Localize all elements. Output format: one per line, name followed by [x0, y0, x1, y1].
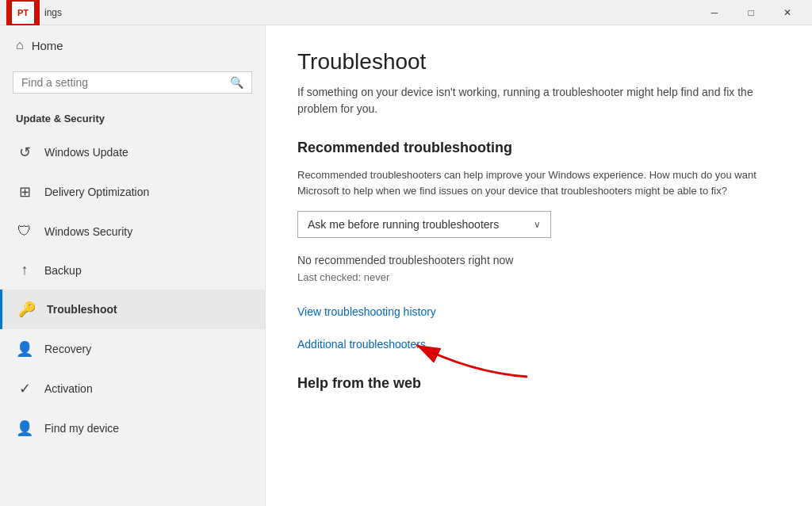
sidebar-item-windows-update[interactable]: ↺ Windows Update: [0, 132, 265, 172]
find-device-icon: 👤: [16, 420, 33, 437]
recommended-description: Recommended troubleshooters can help imp…: [297, 167, 780, 198]
sidebar-item-activation[interactable]: ✓ Activation: [0, 369, 265, 408]
view-history-link[interactable]: View troubleshooting history: [297, 305, 780, 318]
recommended-section-title: Recommended troubleshooting: [297, 140, 780, 156]
search-box[interactable]: 🔍: [13, 71, 252, 94]
shield-icon: 🛡: [16, 223, 33, 240]
nav-label: Activation: [44, 382, 93, 395]
sidebar: ⌂ Home 🔍 Update & Security ↺ Windows Upd…: [0, 25, 266, 506]
section-header: Update & Security: [0, 106, 265, 132]
additional-troubleshooters-link[interactable]: Additional troubleshooters: [297, 338, 426, 351]
chevron-down-icon: ∨: [534, 219, 541, 230]
main-container: ⌂ Home 🔍 Update & Security ↺ Windows Upd…: [0, 25, 812, 506]
close-button[interactable]: ✕: [769, 0, 806, 25]
sidebar-item-windows-security[interactable]: 🛡 Windows Security: [0, 212, 265, 251]
sidebar-item-backup[interactable]: ↑ Backup: [0, 251, 265, 289]
troubleshooter-dropdown[interactable]: Ask me before running troubleshooters ∨: [297, 211, 551, 238]
sidebar-item-troubleshoot[interactable]: 🔑 Troubleshoot: [0, 289, 265, 329]
maximize-button[interactable]: □: [733, 0, 769, 25]
last-checked-text: Last checked: never: [297, 271, 780, 283]
additional-link-container: Additional troubleshooters: [297, 337, 780, 351]
home-icon: ⌂: [16, 38, 24, 52]
nav-label: Delivery Optimization: [44, 186, 149, 198]
minimize-button[interactable]: ─: [696, 0, 733, 25]
backup-icon: ↑: [16, 262, 33, 278]
help-section-title: Help from the web: [297, 375, 780, 392]
sidebar-item-find-my-device[interactable]: 👤 Find my device: [0, 408, 265, 448]
page-title: Troubleshoot: [297, 49, 780, 75]
page-description: If something on your device isn't workin…: [297, 84, 780, 117]
nav-label: Recovery: [44, 343, 91, 355]
sidebar-item-recovery[interactable]: 👤 Recovery: [0, 329, 265, 369]
content-area: Troubleshoot If something on your device…: [266, 25, 812, 506]
sidebar-item-delivery-optimization[interactable]: ⊞ Delivery Optimization: [0, 172, 265, 212]
nav-label: Troubleshoot: [47, 303, 117, 316]
sidebar-home-button[interactable]: ⌂ Home: [0, 25, 265, 65]
dropdown-label: Ask me before running troubleshooters: [308, 218, 499, 231]
home-label: Home: [32, 39, 63, 52]
title-bar-controls: ─ □ ✕: [696, 0, 806, 25]
nav-label: Windows Update: [44, 146, 128, 159]
search-input[interactable]: [21, 76, 230, 89]
delivery-icon: ⊞: [16, 183, 33, 201]
troubleshoot-icon: 🔑: [18, 301, 36, 318]
title-bar-text: ings: [44, 7, 62, 18]
update-icon: ↺: [16, 144, 33, 161]
activation-icon: ✓: [16, 380, 33, 397]
nav-label: Find my device: [44, 422, 119, 435]
nav-label: Backup: [44, 264, 82, 277]
title-bar: PT ings ─ □ ✕: [0, 0, 812, 25]
recovery-icon: 👤: [16, 340, 33, 358]
search-icon: 🔍: [230, 76, 243, 89]
nav-label: Windows Security: [44, 225, 132, 238]
status-text: No recommended troubleshooters right now: [297, 254, 780, 266]
